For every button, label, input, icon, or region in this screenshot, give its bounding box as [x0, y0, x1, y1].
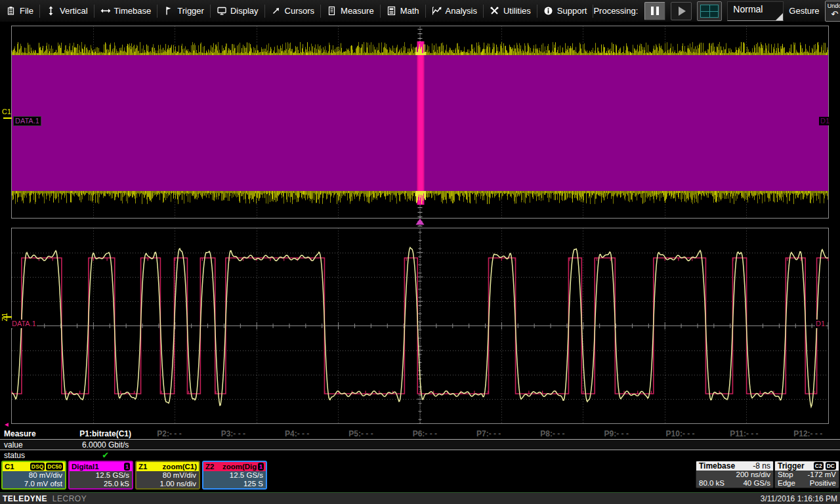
timebase-title: Timebase — [699, 461, 735, 471]
timebase-position: -8 ns — [753, 461, 770, 471]
brand-logo: TELEDYNE LECROY — [0, 494, 87, 503]
menu-item-label: Timebase — [114, 6, 152, 16]
measure-param-header[interactable]: P4:- - - — [265, 429, 329, 438]
trigger-position-arrow-icon[interactable]: ◄ — [3, 420, 10, 429]
menu-item-support[interactable]: Support — [537, 0, 593, 22]
menu-item-timebase[interactable]: Timebase — [94, 0, 158, 22]
grid-display-button[interactable] — [697, 1, 722, 21]
menu-item-label: Support — [557, 6, 587, 16]
measure-status-row-label: status — [0, 451, 74, 460]
zoom-z1-label[interactable]: Z1 — [1, 308, 9, 322]
pause-button[interactable] — [644, 2, 665, 20]
menu-item-label: File — [20, 6, 33, 16]
measure-param-value — [585, 440, 648, 450]
dropdown-fold-icon — [776, 13, 783, 20]
trigger-mode-value: Normal — [733, 4, 763, 14]
trigger-icon — [163, 6, 173, 16]
measure-param-value — [201, 440, 265, 450]
channel-c1-offset-marker[interactable] — [3, 117, 12, 119]
measure-param-header[interactable]: P8:- - - — [520, 429, 584, 438]
measure-param-value — [137, 440, 201, 450]
menu-item-vertical[interactable]: Vertical — [40, 0, 94, 22]
measure-param-header[interactable]: P10:- - - — [648, 429, 712, 438]
status-bar: TELEDYNE LECROY 3/11/2016 1:16:16 PM — [0, 492, 840, 504]
channel-badge: DSQ — [30, 463, 45, 470]
math-icon — [387, 6, 396, 16]
channel-line2: 25.0 kS — [72, 480, 129, 488]
trigger-slope: Positive — [810, 479, 836, 488]
measure-param-status — [585, 450, 648, 460]
measure-param-value — [712, 440, 776, 450]
channel-box-z1[interactable]: Z1zoom(C1)80 mV/div1.00 ns/div — [135, 461, 200, 490]
channel-line1: 80 mV/div — [5, 471, 62, 480]
menu-item-analysis[interactable]: Analysis — [426, 0, 483, 22]
display-icon — [217, 6, 226, 16]
measure-param-status — [520, 450, 584, 460]
measure-param-status — [648, 450, 712, 460]
menu-item-measure[interactable]: Measure — [321, 0, 380, 22]
menu-item-label: Utilities — [503, 6, 531, 16]
play-button[interactable] — [671, 2, 692, 20]
support-icon — [543, 6, 553, 16]
trigger-level: -172 mV — [808, 471, 836, 479]
measure-param-status — [457, 450, 520, 460]
play-icon — [679, 7, 686, 16]
timebase-rate: 40 GS/s — [743, 479, 770, 488]
measure-param-header[interactable]: P1:bitrate(C1) — [74, 429, 137, 438]
measure-param-header[interactable]: P6:- - - — [393, 429, 457, 438]
menu-item-display[interactable]: Display — [211, 0, 264, 22]
zoom-z1-offset-marker[interactable] — [3, 316, 12, 318]
trigger-box[interactable]: Trigger C2 DC Stop -172 mV Edge Positive — [774, 461, 839, 488]
channel-box-c1[interactable]: C1DSQDC5080 mV/div7.0 mV ofst — [1, 461, 66, 490]
undo-button[interactable]: Undo ↶ — [825, 1, 840, 22]
menu-item-label: Analysis — [446, 6, 477, 16]
channel-line1: 80 mV/div — [139, 471, 196, 480]
channel-name: Digital1 — [72, 463, 99, 471]
oscilloscope-screen: FileVerticalTimebaseTriggerDisplayCursor… — [0, 0, 840, 504]
measure-param-header[interactable]: P2:- - - — [137, 429, 201, 438]
measure-param-status: ✔ — [74, 450, 137, 460]
menu-item-label: Math — [400, 6, 419, 16]
channel-line2: 1.00 ns/div — [139, 480, 196, 488]
measure-param-value: 6.0000 Gbit/s — [74, 440, 137, 450]
timebase-box[interactable]: Timebase -8 ns 200 ns/div 80.0 kS 40 GS/… — [696, 461, 774, 488]
menu-bar: FileVerticalTimebaseTriggerDisplayCursor… — [0, 0, 840, 22]
channel-box-digital1[interactable]: Digital1112.5 GS/s25.0 kS — [68, 461, 133, 490]
timebase-samples: 80.0 kS — [699, 479, 724, 488]
channel-line1: 12.5 GS/s — [72, 471, 129, 480]
measure-table: Measure P1:bitrate(C1)P2:- - -P3:- - -P4… — [0, 429, 840, 460]
menu-item-file[interactable]: File — [0, 0, 39, 22]
measure-param-status — [137, 450, 201, 460]
measure-param-header[interactable]: P11:- - - — [712, 429, 776, 438]
measure-param-value — [265, 440, 329, 450]
analysis-icon — [432, 6, 442, 16]
menu-item-math[interactable]: Math — [381, 0, 425, 22]
grid2-trace-label: DATA.1 — [11, 320, 37, 328]
channel-suffix: zoom(C1) — [163, 463, 197, 471]
measure-param-header[interactable]: P9:- - - — [585, 429, 648, 438]
waveform-display: C1 DATA.1 D1 Z1 DATA.1 D1 ◄ — [0, 24, 840, 429]
channel-badge: 1 — [258, 463, 264, 470]
menu-item-cursors[interactable]: Cursors — [265, 0, 321, 22]
brand-lecroy: LECROY — [52, 494, 87, 503]
measure-param-header[interactable]: P5:- - - — [329, 429, 392, 438]
channel-line2: 7.0 mV ofst — [5, 480, 62, 488]
measure-title: Measure — [0, 429, 74, 438]
measure-param-status — [776, 450, 840, 460]
waveform-canvas[interactable] — [0, 24, 840, 429]
channel-badge: DC50 — [46, 463, 63, 470]
channel-name: Z2 — [205, 463, 214, 471]
channel-c1-label[interactable]: C1 — [2, 108, 11, 116]
grid1-digital-label: D1 — [819, 117, 831, 125]
trigger-mode-select[interactable]: Normal — [727, 1, 784, 21]
measure-param-header[interactable]: P12:- - - — [776, 429, 840, 438]
measure-param-header[interactable]: P7:- - - — [457, 429, 520, 438]
menu-items: FileVerticalTimebaseTriggerDisplayCursor… — [0, 0, 593, 22]
measure-param-header[interactable]: P3:- - - — [201, 429, 265, 438]
channel-name: Z1 — [138, 463, 147, 471]
timebase-icon — [100, 6, 110, 16]
channel-box-z2[interactable]: Z2zoom(Dig112.5 GS/s125 S — [202, 461, 267, 490]
menu-item-utilities[interactable]: Utilities — [484, 0, 537, 22]
menu-item-label: Measure — [341, 6, 374, 16]
menu-item-trigger[interactable]: Trigger — [158, 0, 210, 22]
